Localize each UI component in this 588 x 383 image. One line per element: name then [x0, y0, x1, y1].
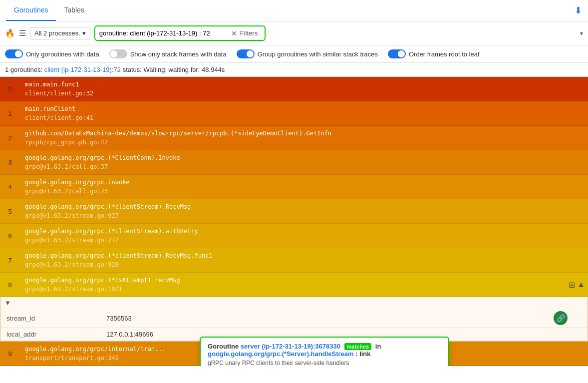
field-row-stream-id: stream_id 7356563 🔗 — [0, 309, 588, 328]
file-path-1: client/client.go:41 — [25, 113, 583, 122]
stack-row: 7 google.golang.org/grpc.(*clientStream)… — [0, 248, 588, 273]
tooltip-title: Goroutine server (ip-172-31-13-19):36783… — [208, 343, 441, 358]
goroutine-count: 1 goroutines: — [5, 66, 42, 73]
top-nav: Goroutines Tables ⬇ — [0, 0, 588, 21]
file-path-0: client/client.go:32 — [25, 89, 583, 98]
process-select-label: All 2 processes. — [34, 29, 80, 37]
row-num-7: 7 — [0, 248, 20, 272]
stack-table: 0 main.main.func1 client/client.go:32 1 … — [0, 77, 588, 366]
func-name-7: google.golang.org/grpc.(*clientStream).R… — [25, 251, 583, 260]
tooltip-suffix: : link — [355, 350, 370, 358]
toggle-stack-frames: Show only stack frames with data — [109, 49, 227, 58]
table-view-icon[interactable]: ⊞ — [569, 280, 575, 290]
stack-row: 0 main.main.func1 client/client.go:32 — [0, 77, 588, 101]
func-name-2: github.com/DataExMachina-dev/demos/slow-… — [25, 129, 583, 138]
expand-arrow-icon: ▼ — [4, 299, 11, 307]
matches-badge: matches — [344, 343, 372, 350]
row-num-9: 9 — [0, 342, 20, 366]
tooltip-google-link[interactable]: google.golang.org/grpc.(*Server).handleS… — [208, 350, 354, 358]
toggle-only-goroutines: Only goroutines with data — [5, 49, 99, 58]
stack-row: 3 google.golang.org/grpc.(*ClientConn).I… — [0, 150, 588, 175]
func-name-6: google.golang.org/grpc.(*clientStream).w… — [25, 227, 583, 236]
goroutine-tooltip: Goroutine server (ip-172-31-13-19):36783… — [200, 337, 449, 366]
func-name-3: google.golang.org/grpc.(*ClientConn).Inv… — [25, 153, 583, 162]
stack-row: 1 main.runClient client/client.go:41 — [0, 101, 588, 126]
goroutine-status: status: Waiting; waiting for: 48.944s — [123, 66, 225, 73]
row-content-2: github.com/DataExMachina-dev/demos/slow-… — [20, 126, 588, 150]
func-name-1: main.runClient — [25, 104, 583, 113]
process-select[interactable]: All 2 processes. ▾ — [30, 27, 90, 39]
process-chevron-icon: ▾ — [82, 29, 86, 37]
func-name-8: google.golang.org/grpc.(*csAttempt).recv… — [25, 276, 564, 285]
func-name-5: google.golang.org/grpc.(*clientStream).R… — [25, 202, 583, 211]
tooltip-google-text: in — [375, 343, 381, 350]
collapse-icon[interactable]: ▲ — [577, 280, 585, 289]
toggle-group-switch[interactable] — [237, 49, 255, 58]
toolbar: 🔥 ☰ All 2 processes. ▾ ✕ Filters ▾ — [0, 21, 588, 45]
toggle-stack-frames-switch[interactable] — [109, 49, 127, 58]
tab-goroutines[interactable]: Goroutines — [6, 0, 56, 21]
func-name-0: main.main.func1 — [25, 80, 583, 89]
toggle-thumb-2 — [110, 50, 117, 57]
tooltip-desc: gRPC unary RPC clients to their server-s… — [208, 360, 441, 366]
menu-icon[interactable]: ☰ — [19, 28, 26, 38]
func-name-4: google.golang.org/grpc.invoke — [25, 178, 583, 187]
row-num-5: 5 — [0, 199, 20, 223]
row-content-5: google.golang.org/grpc.(*clientStream).R… — [20, 199, 588, 223]
stack-row: 5 google.golang.org/grpc.(*clientStream)… — [0, 199, 588, 224]
toggle-thumb — [15, 50, 22, 57]
goroutine-link-icon[interactable]: 🔗 — [554, 311, 568, 325]
stack-row-8: 8 google.golang.org/grpc.(*csAttempt).re… — [0, 273, 588, 297]
toggle-order-switch[interactable] — [388, 49, 406, 58]
toggle-thumb-4 — [398, 50, 405, 57]
file-path-5: grpc@v1.63.2/stream.go:927 — [25, 211, 583, 220]
row-content-6: google.golang.org/grpc.(*clientStream).w… — [20, 224, 588, 248]
file-path-6: grpc@v1.63.2/stream.go:777 — [25, 236, 583, 245]
tab-tables[interactable]: Tables — [56, 0, 92, 21]
toggle-group-goroutines: Group goroutines with similar stack trac… — [237, 49, 378, 58]
field-value-stream-id: 7356563 — [100, 309, 391, 328]
clear-search-button[interactable]: ✕ — [231, 29, 237, 37]
toggle-thumb-3 — [247, 50, 254, 57]
row-content-8: google.golang.org/grpc.(*csAttempt).recv… — [20, 273, 569, 297]
row-num-2: 2 — [0, 126, 20, 150]
panel-header: ▼ — [0, 297, 588, 309]
search-input[interactable] — [99, 29, 229, 37]
file-path-8: grpc@v1.63.2/stream.go:1071 — [25, 285, 564, 294]
tooltip-prefix: Goroutine — [208, 343, 239, 350]
row-num-0: 0 — [0, 77, 20, 101]
stack-row: 6 google.golang.org/grpc.(*clientStream)… — [0, 224, 588, 248]
toggle-order-label: Order frames root to leaf — [409, 50, 480, 58]
row-num-3: 3 — [0, 150, 20, 174]
flame-icon[interactable]: 🔥 — [5, 28, 15, 38]
row-num-8: 8 — [0, 273, 20, 297]
toggle-group-label: Group goroutines with similar stack trac… — [258, 50, 378, 58]
file-path-7: grpc@v1.63.2/stream.go:928 — [25, 260, 583, 269]
row-num-4: 4 — [0, 175, 20, 199]
toggle-only-goroutines-switch[interactable] — [5, 49, 23, 58]
toggle-stack-frames-label: Show only stack frames with data — [130, 50, 227, 58]
row-8-icons: ⊞ ▲ — [569, 273, 588, 297]
filters-button[interactable]: Filters — [237, 28, 261, 38]
row-content-1: main.runClient client/client.go:41 — [20, 101, 588, 125]
search-box: ✕ Filters — [94, 25, 266, 41]
toggle-order-frames: Order frames root to leaf — [388, 49, 480, 58]
row-num-1: 1 — [0, 101, 20, 125]
file-path-2: rpcpb/rpc_grpc.pb.go:42 — [25, 138, 583, 147]
row-num-6: 6 — [0, 224, 20, 248]
field-key-stream-id: stream_id — [0, 309, 100, 328]
row-content-3: google.golang.org/grpc.(*ClientConn).Inv… — [20, 150, 588, 174]
goroutine-link[interactable]: client (ip-172-31-13-19):72 — [44, 66, 121, 73]
tooltip-server-link[interactable]: server (ip-172-31-13-19):3678330 — [241, 343, 340, 350]
toggle-row: Only goroutines with data Show only stac… — [0, 45, 588, 63]
chevron-down-icon[interactable]: ▾ — [580, 30, 583, 37]
row-content-0: main.main.func1 client/client.go:32 — [20, 77, 588, 101]
download-icon[interactable]: ⬇ — [575, 5, 582, 15]
file-path-4: grpc@v1.63.2/call.go:73 — [25, 187, 583, 196]
row-content-4: google.golang.org/grpc.invoke grpc@v1.63… — [20, 175, 588, 199]
expanded-panel: ▼ stream_id 7356563 🔗 local_addr 127.0.0… — [0, 297, 588, 342]
toggle-only-goroutines-label: Only goroutines with data — [26, 50, 99, 58]
file-path-3: grpc@v1.63.2/call.go:37 — [25, 162, 583, 171]
stack-row-expanded-wrapper: 8 google.golang.org/grpc.(*csAttempt).re… — [0, 273, 588, 342]
stack-row: 2 github.com/DataExMachina-dev/demos/slo… — [0, 126, 588, 150]
